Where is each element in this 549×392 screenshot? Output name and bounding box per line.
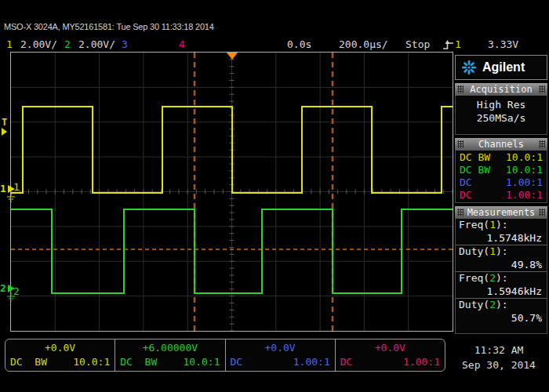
trigger-marker-label: T xyxy=(2,118,7,127)
brand-box: Agilent xyxy=(455,55,547,80)
channels-row-ch2: DC BW 10.0:1 xyxy=(456,164,547,176)
clock-time: 11:32 AM xyxy=(452,343,546,358)
status-ch3-number[interactable]: 3 xyxy=(122,38,128,50)
ch1-ground-icon xyxy=(7,183,17,204)
oscilloscope-screen: MSO-X 3024A, MY52161581: Tue Sep 30 11:3… xyxy=(0,0,549,392)
ch1-settings-box[interactable]: +0.0V DC BW10.0:1 xyxy=(5,339,115,371)
measurement-freq2: Freq(2): 1.5946kHz xyxy=(456,272,547,299)
ch2-settings-box[interactable]: +6.00000V DC BW10.0:1 xyxy=(115,339,225,371)
ch1-offset-value: +0.0V xyxy=(10,341,110,355)
channels-row-ch1: DC BW 10.0:1 xyxy=(456,151,547,164)
meas4-prefix: Duty( xyxy=(459,299,489,310)
waveform-display: 1 2 xyxy=(10,52,453,332)
meas4-value: 50.7% xyxy=(456,311,547,325)
bottom-channel-bar: +0.0V DC BW10.0:1 +6.00000V DC BW10.0:1 … xyxy=(5,339,445,372)
meas4-channel: 2 xyxy=(489,299,496,310)
meas2-suffix: ): xyxy=(496,245,508,257)
ch1-probe-ratio: 10.0:1 xyxy=(73,355,110,368)
channels-row-ch3: DC 1.00:1 xyxy=(456,176,547,189)
acquisition-panel: High Res 250MSa/s xyxy=(455,96,547,135)
meas4-suffix: ): xyxy=(496,299,508,310)
measurement-duty1: Duty(1): 49.8% xyxy=(456,245,547,272)
agilent-starburst-icon xyxy=(461,60,477,75)
ch2-probe: 10.0:1 xyxy=(506,164,543,176)
ch3-probe-ratio: 1.00:1 xyxy=(293,355,330,368)
clock-date: Sep 30, 2014 xyxy=(452,358,546,372)
status-run-state[interactable]: Stop xyxy=(405,38,430,50)
ch3-settings-box[interactable]: +0.0V DC1.00:1 xyxy=(226,339,336,371)
ch2-coupling-bw: DC BW xyxy=(120,355,157,368)
brand-name: Agilent xyxy=(482,60,525,74)
ch2-probe-ratio: 10.0:1 xyxy=(184,355,220,368)
ch2-marker-label: 2 xyxy=(0,283,6,293)
measurement-duty2: Duty(2): 50.7% xyxy=(456,299,547,325)
ch4-offset-value: +0.0V xyxy=(340,341,440,355)
trigger-edge-icon xyxy=(442,39,455,50)
meas1-channel: 1 xyxy=(489,219,496,230)
acquisition-mode: High Res xyxy=(456,98,547,111)
sample-rate: 250MSa/s xyxy=(456,111,547,125)
meas2-channel: 1 xyxy=(489,245,496,257)
ch4-coupling: DC xyxy=(460,189,472,201)
meas3-prefix: Freq( xyxy=(459,272,489,284)
ch2-ground-icon xyxy=(7,283,17,303)
status-trigger-source[interactable]: 1 xyxy=(455,38,461,50)
ch2-offset-value: +6.00000V xyxy=(120,341,220,355)
meas1-value: 1.5748kHz xyxy=(456,231,547,245)
meas1-suffix: ): xyxy=(496,219,508,230)
channels-panel: DC BW 10.0:1 DC BW 10.0:1 DC 1.00:1 DC 1… xyxy=(455,151,547,203)
ch1-ground-marker[interactable]: 1 xyxy=(0,183,17,204)
ch3-offset-value: +0.0V xyxy=(231,341,330,355)
channels-row-ch4: DC 1.00:1 xyxy=(456,189,547,201)
status-ch4-number[interactable]: 4 xyxy=(179,38,185,50)
status-timebase[interactable]: 200.0µs/ xyxy=(339,38,388,50)
ch4-settings-box[interactable]: +0.0V DC1.00:1 xyxy=(336,339,445,371)
meas2-value: 49.8% xyxy=(456,258,547,271)
meas3-value: 1.5946kHz xyxy=(456,285,547,298)
ch1-probe: 10.0:1 xyxy=(506,151,543,164)
ch3-probe: 1.00:1 xyxy=(506,176,543,189)
ch2-coupling: DC BW xyxy=(460,164,490,176)
acquisition-header[interactable]: Acquisition xyxy=(455,83,547,96)
ch1-coupling: DC BW xyxy=(460,151,490,164)
meas1-prefix: Freq( xyxy=(459,219,489,230)
clock: 11:32 AM Sep 30, 2014 xyxy=(452,343,546,372)
channels-header[interactable]: Channels xyxy=(455,138,547,151)
status-ch1-scale[interactable]: 2.00V/ xyxy=(20,38,57,50)
ch4-probe: 1.00:1 xyxy=(506,189,543,201)
status-ch2-number[interactable]: 2 xyxy=(64,38,71,50)
instrument-title: MSO-X 3024A, MY52161581: Tue Sep 30 11:3… xyxy=(4,22,214,31)
measurements-panel: Freq(1): 1.5748kHz Duty(1): 49.8% Freq(2… xyxy=(455,219,547,334)
meas3-channel: 2 xyxy=(489,272,496,284)
measurement-freq1: Freq(1): 1.5748kHz xyxy=(456,219,547,245)
meas3-suffix: ): xyxy=(496,272,508,284)
measurements-header[interactable]: Measurements xyxy=(455,206,547,219)
status-ch2-scale[interactable]: 2.00V/ xyxy=(78,38,115,50)
meas2-prefix: Duty( xyxy=(459,245,489,257)
ch3-coupling: DC xyxy=(231,355,243,368)
ch4-probe-ratio: 1.00:1 xyxy=(403,355,440,368)
ch1-coupling-bw: DC BW xyxy=(10,355,47,368)
ch1-marker-label: 1 xyxy=(0,183,6,194)
status-delay[interactable]: 0.0s xyxy=(287,38,311,50)
ch4-coupling: DC xyxy=(340,355,353,368)
waveform-svg xyxy=(11,53,453,331)
trigger-marker-arrow-icon xyxy=(2,128,7,136)
ch2-ground-marker[interactable]: 2 xyxy=(0,283,17,303)
trigger-level-marker[interactable]: T xyxy=(2,118,7,136)
status-trigger-level[interactable]: 3.33V xyxy=(488,38,518,50)
status-ch1-number[interactable]: 1 xyxy=(6,38,13,50)
ch3-coupling: DC xyxy=(460,176,472,189)
